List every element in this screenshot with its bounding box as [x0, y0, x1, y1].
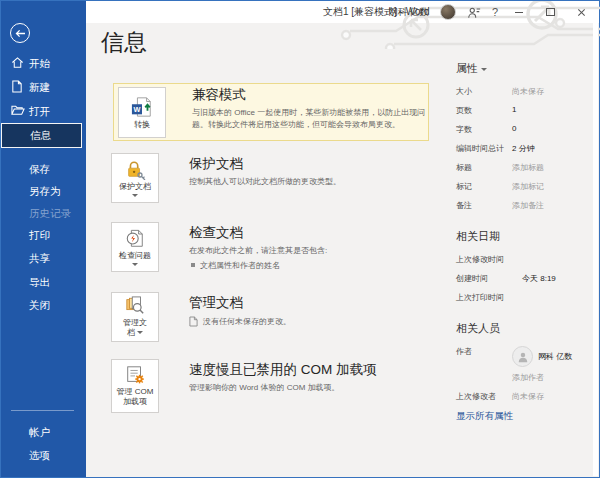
word-convert-icon: W [130, 96, 154, 118]
svg-text:W: W [133, 105, 140, 114]
sidebar-item-label: 关闭 [29, 299, 50, 311]
manage-com-addins-button[interactable]: 管理 COM 加载项 [111, 359, 159, 413]
sidebar-item-close[interactable]: 关闭 [1, 294, 86, 316]
section-description: 控制其他人可以对此文档所做的更改类型。 [189, 176, 431, 188]
sidebar-item-label: 打印 [29, 229, 50, 241]
properties-panel: 属性 大小 尚未保存 页数 1 字数 0 编辑时间总计 2 分钟 标题 添加标题… [456, 61, 596, 423]
note-text: 没有任何未保存的更改。 [203, 316, 291, 327]
sidebar-item-print[interactable]: 打印 [1, 224, 86, 246]
sidebar-item-new[interactable]: 新建 [1, 76, 86, 98]
date-row-created: 创建时间 今天 8:19 [456, 273, 596, 284]
date-row-last-modified: 上次修改时间 [456, 254, 596, 265]
section-description: 与旧版本的 Office 一起使用时，某些新功能被禁用，以防止出现问题。转换此文… [192, 107, 434, 130]
maximize-button[interactable] [540, 4, 560, 20]
add-author-field[interactable]: 添加作者 [512, 372, 596, 383]
protect-document-button[interactable]: 保护文档 [111, 153, 159, 203]
new-document-icon [11, 80, 23, 93]
chevron-down-icon [132, 194, 138, 197]
section-compatibility-mode: W 转换 兼容模式 与旧版本的 Office 一起使用时，某些新功能被禁用，以防… [113, 83, 429, 141]
tile-label: 检查问题 [119, 251, 151, 261]
sidebar-item-share[interactable]: 共享 [1, 247, 86, 269]
sidebar-item-label: 打开 [29, 105, 50, 117]
lock-key-icon [124, 160, 146, 180]
backstage-sidebar: 开始 新建 打开 信息 保存 另存为 历史记录 打印 [1, 1, 86, 477]
manage-document-icon [124, 296, 146, 316]
sidebar-item-save-as[interactable]: 另存为 [1, 180, 86, 202]
property-row-title[interactable]: 标题 添加标题 [456, 162, 596, 173]
related-people-header: 相关人员 [456, 321, 596, 336]
properties-header[interactable]: 属性 [456, 61, 596, 76]
bullet-square-icon [191, 263, 195, 267]
section-title: 保护文档 [189, 155, 431, 173]
section-description: 在发布此文件之前，请注意其是否包含: [189, 245, 431, 257]
sidebar-item-options[interactable]: 选项 [1, 444, 86, 466]
section-title: 速度慢且已禁用的 COM 加载项 [189, 361, 431, 379]
sidebar-item-label: 历史记录 [29, 207, 71, 219]
section-title: 兼容模式 [192, 86, 434, 104]
property-row-pages: 页数 1 [456, 105, 596, 116]
section-description: 管理影响你的 Word 体验的 COM 加载项。 [189, 382, 431, 394]
titlebar: 文档1 [兼容模式] - Word 网科 亿数 ? [86, 1, 599, 23]
check-for-issues-button[interactable]: 检查问题 [111, 222, 159, 272]
sidebar-item-save[interactable]: 保存 [1, 158, 86, 180]
sidebar-item-info-selected[interactable]: 信息 [1, 123, 82, 148]
back-arrow-icon [15, 29, 26, 38]
property-row-edit-time: 编辑时间总计 2 分钟 [456, 143, 596, 154]
related-dates-header: 相关日期 [456, 229, 596, 244]
sidebar-item-home[interactable]: 开始 [1, 52, 86, 74]
minimize-button[interactable] [509, 4, 529, 20]
chevron-down-icon [132, 263, 138, 266]
author-chip[interactable]: 网科 亿数 [512, 346, 572, 367]
tile-label: 管理 COM 加载项 [113, 387, 157, 407]
word-backstage-window: 文档1 [兼容模式] - Word 网科 亿数 ? 开 [0, 0, 600, 478]
sidebar-item-history: 历史记录 [1, 202, 86, 224]
last-modified-by-row: 上次修改者 尚未保存 [456, 391, 596, 402]
tile-label: 管理文档 [120, 318, 150, 338]
sidebar-item-label: 信息 [30, 129, 51, 141]
date-row-last-printed: 上次打印时间 [456, 292, 596, 303]
manage-document-button[interactable]: 管理文档 [111, 292, 159, 342]
author-avatar [512, 346, 533, 367]
property-row-size: 大小 尚未保存 [456, 86, 596, 97]
inspect-document-icon [124, 229, 146, 249]
author-name: 网科 亿数 [538, 351, 572, 362]
chevron-down-icon [481, 68, 487, 71]
signed-in-user: 网科 亿数 [388, 6, 429, 19]
sidebar-item-label: 新建 [29, 81, 50, 93]
sidebar-item-label: 开始 [29, 57, 50, 69]
inspect-bullet-item: 文档属性和作者的姓名 [189, 260, 431, 271]
sidebar-item-label: 另存为 [29, 185, 61, 197]
section-title: 管理文档 [189, 294, 431, 312]
sidebar-item-account[interactable]: 帐户 [1, 421, 86, 443]
home-icon [11, 56, 24, 69]
user-avatar[interactable] [440, 4, 456, 20]
sidebar-item-label: 保存 [29, 163, 50, 175]
property-row-words: 字数 0 [456, 124, 596, 135]
close-button[interactable] [571, 4, 591, 20]
show-all-properties-link[interactable]: 显示所有属性 [456, 410, 596, 423]
bullet-text: 文档属性和作者的姓名 [200, 260, 280, 271]
sidebar-divider [11, 410, 74, 411]
sidebar-item-label: 共享 [29, 252, 50, 264]
share-person-icon[interactable] [467, 6, 481, 19]
back-button[interactable] [10, 23, 30, 43]
tile-label: 保护文档 [119, 182, 151, 192]
sidebar-item-label: 导出 [29, 276, 50, 288]
help-button[interactable]: ? [492, 6, 498, 18]
page-title: 信息 [101, 27, 147, 58]
sidebar-item-label: 帐户 [29, 426, 50, 438]
sidebar-item-label: 选项 [29, 449, 50, 461]
chevron-down-icon [137, 331, 143, 334]
sidebar-item-export[interactable]: 导出 [1, 271, 86, 293]
property-row-tags[interactable]: 标记 添加标记 [456, 181, 596, 192]
person-icon [517, 351, 529, 363]
sidebar-item-open[interactable]: 打开 [1, 100, 86, 122]
open-folder-icon [11, 104, 25, 116]
convert-button[interactable]: W 转换 [118, 87, 166, 138]
manage-document-note: 没有任何未保存的更改。 [189, 316, 431, 327]
author-row: 作者 网科 亿数 [456, 346, 596, 367]
section-title: 检查文档 [189, 224, 431, 242]
property-row-comments[interactable]: 备注 添加备注 [456, 200, 596, 211]
document-icon [189, 316, 198, 327]
tile-label: 转换 [134, 120, 150, 130]
